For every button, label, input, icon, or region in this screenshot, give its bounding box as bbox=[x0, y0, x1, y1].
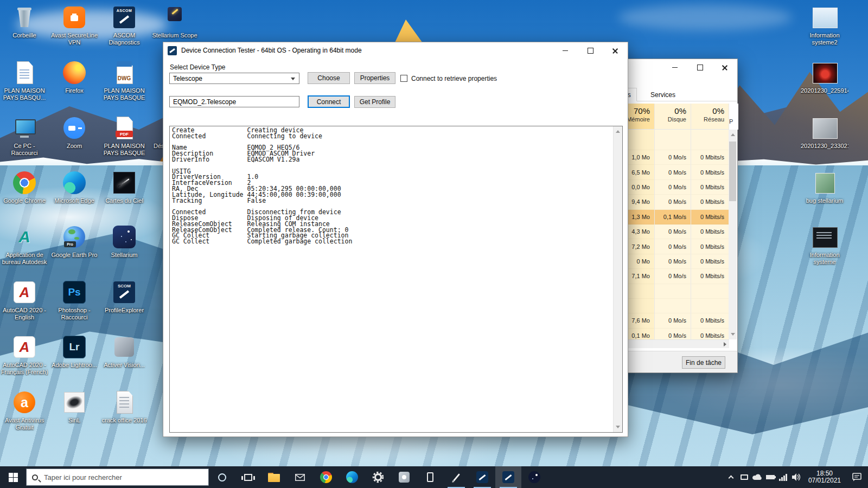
tm-cell-net[interactable]: 0 Mbits/s bbox=[691, 195, 729, 209]
task-view-button[interactable] bbox=[235, 466, 261, 488]
get-profile-button[interactable]: Get Profile bbox=[354, 96, 395, 108]
desktop-icon-information-systeme2[interactable]: Information systeme2 bbox=[801, 4, 848, 46]
tm-cell-net[interactable]: 0 Mbits/s bbox=[691, 165, 729, 179]
search-input[interactable] bbox=[43, 473, 203, 482]
connect-button[interactable]: Connect bbox=[308, 95, 350, 108]
desktop-icon-adobe-lightroo[interactable]: LrAdobe Lightroo... bbox=[50, 334, 98, 369]
device-id-field[interactable]: EQMOD_2.Telescope bbox=[169, 96, 299, 107]
taskbar-search[interactable] bbox=[26, 468, 209, 486]
scroll-down-icon[interactable] bbox=[731, 333, 735, 336]
desktop-icon-autocad-2020-fran-ais-french[interactable]: AAutoCAD 2020 - Français (French) bbox=[1, 334, 48, 376]
desktop-icon-photoshop-raccourci[interactable]: PsPhotoshop - Raccourci bbox=[50, 279, 98, 321]
desktop-icon-plan-maison-pays-basque[interactable]: PDFPLAN MAISON PAYS BASQUE bbox=[100, 115, 148, 157]
tm-scroll-thumb[interactable] bbox=[729, 142, 736, 201]
tm-maximize-button[interactable] bbox=[687, 59, 712, 75]
tm-cell-disk[interactable]: 0 Mo/s bbox=[655, 269, 691, 284]
tm-cell-net[interactable] bbox=[691, 130, 729, 150]
tm-minimize-button[interactable] bbox=[662, 59, 687, 75]
tm-cell-net[interactable] bbox=[691, 299, 729, 313]
cortana-button[interactable] bbox=[209, 466, 235, 488]
tm-cell-disk[interactable]: 0 Mo/s bbox=[655, 224, 691, 239]
close-button[interactable] bbox=[603, 42, 628, 59]
tray-battery-button[interactable] bbox=[764, 466, 777, 488]
desktop-icon-google-chrome[interactable]: Google Chrome bbox=[1, 170, 48, 204]
desktop-icon-avast-secureline-vpn[interactable]: Avast SecureLine VPN bbox=[50, 4, 98, 46]
tray-tablet-button[interactable] bbox=[738, 466, 751, 488]
minimize-button[interactable] bbox=[553, 42, 578, 59]
desktop-icon-autocad-2020-english[interactable]: AAutoCAD 2020 - English bbox=[1, 279, 48, 321]
file-explorer-button[interactable] bbox=[261, 466, 287, 488]
desktop-icon-firefox[interactable]: Firefox bbox=[50, 60, 98, 94]
mail-button[interactable] bbox=[287, 466, 313, 488]
tm-tab-services[interactable]: Services bbox=[645, 88, 681, 101]
maximize-button[interactable] bbox=[578, 42, 603, 59]
tm-cell-disk[interactable]: 0 Mo/s bbox=[655, 150, 691, 165]
start-button[interactable] bbox=[0, 466, 26, 488]
scroll-down-icon[interactable] bbox=[616, 426, 620, 428]
device-connection-tester-window[interactable]: Device Connection Tester - 64bit OS - Op… bbox=[163, 42, 628, 437]
device-type-dropdown[interactable]: Telescope bbox=[169, 73, 299, 84]
log-scrollbar[interactable] bbox=[613, 126, 622, 432]
desktop-icon-stellarium[interactable]: Stellarium bbox=[100, 224, 148, 259]
tm-disk-header[interactable]: 0% Disque bbox=[655, 104, 691, 130]
desktop-icon-plan-maison-pays-basque[interactable]: DWGPLAN MAISON PAYS BASQUE bbox=[100, 60, 148, 101]
photos-app-button[interactable] bbox=[391, 466, 417, 488]
desktop-icon-google-earth-pro[interactable]: ProGoogle Earth Pro bbox=[50, 224, 98, 259]
tm-cell-disk[interactable]: 0,1 Mo/s bbox=[655, 210, 691, 224]
tm-cell-net[interactable]: 0 Mbits/s bbox=[691, 269, 729, 284]
scroll-up-icon[interactable] bbox=[616, 130, 620, 133]
desktop-icon-zoom[interactable]: Zoom bbox=[50, 115, 98, 150]
desktop-icon-20201230-233021[interactable]: 20201230_233021 bbox=[801, 115, 848, 150]
desktop-icon-corbeille[interactable]: Corbeille bbox=[1, 4, 48, 39]
choose-button[interactable]: Choose bbox=[308, 72, 350, 84]
desktop-icon-information-systeme[interactable]: Information systeme bbox=[801, 224, 848, 266]
dct-titlebar[interactable]: Device Connection Tester - 64bit OS - Op… bbox=[163, 42, 628, 59]
tm-cell-disk[interactable] bbox=[655, 284, 691, 299]
taskbar-clock[interactable]: 18:50 07/01/2021 bbox=[803, 470, 846, 484]
end-task-button[interactable]: Fin de tâche bbox=[682, 356, 725, 369]
tray-network-button[interactable] bbox=[777, 466, 790, 488]
tray-volume-button[interactable] bbox=[790, 466, 803, 488]
desktop-icon-siril[interactable]: SiriL bbox=[50, 389, 98, 424]
tm-cell-disk[interactable]: 0 Mo/s bbox=[655, 239, 691, 254]
desktop-icon-activer-vision[interactable]: Activer Vision... bbox=[100, 334, 148, 369]
tray-overflow-button[interactable] bbox=[725, 466, 738, 488]
desktop-icon-cartes-du-ciel[interactable]: Cartes du Ciel bbox=[100, 170, 148, 204]
desktop-icon-microsoft-edge[interactable]: Microsoft Edge bbox=[50, 170, 98, 204]
tm-column-disk[interactable]: 0% Disque 0 Mo/s0 Mo/s0 Mo/s0 Mo/s0,1 Mo… bbox=[654, 104, 691, 339]
tm-network-header[interactable]: 0% Réseau bbox=[691, 104, 729, 130]
scroll-right-icon[interactable] bbox=[724, 342, 726, 346]
device-tester-taskbar-button[interactable] bbox=[495, 466, 521, 488]
desktop-icon-profileexplorer[interactable]: SCOMProfileExplorer bbox=[100, 279, 148, 314]
tray-onedrive-button[interactable] bbox=[751, 466, 764, 488]
desktop-icon-bug-stellarium[interactable]: bug stellarium bbox=[801, 170, 848, 204]
tm-cell-disk[interactable]: 0 Mo/s bbox=[655, 165, 691, 179]
tm-column-network[interactable]: 0% Réseau 0 Mbits/s0 Mbits/s0 Mbits/s0 M… bbox=[691, 104, 729, 339]
desktop-icon-ce-pc-raccourci[interactable]: Ce PC - Raccourci bbox=[1, 115, 48, 157]
tm-cell-disk[interactable]: 0 Mo/s bbox=[655, 180, 691, 195]
properties-button[interactable]: Properties bbox=[354, 72, 395, 84]
action-center-button[interactable] bbox=[846, 466, 868, 488]
settings-button[interactable] bbox=[365, 466, 391, 488]
stellarium-taskbar-button[interactable] bbox=[521, 466, 547, 488]
chrome-button[interactable] bbox=[313, 466, 339, 488]
tm-cell-disk[interactable]: 0 Mo/s bbox=[655, 329, 691, 339]
desktop-icon-20201230-225914[interactable]: 20201230_225914 bbox=[801, 60, 848, 94]
desktop-icon-ascom-diagnostics[interactable]: ASCOMASCOM Diagnostics bbox=[100, 4, 148, 46]
log-output-box[interactable]: Create Creating device Connected Connect… bbox=[169, 126, 623, 433]
edge-button[interactable] bbox=[339, 466, 365, 488]
tm-cell-disk[interactable]: 0 Mo/s bbox=[655, 313, 691, 328]
tm-cell-net[interactable]: 0 Mbits/s bbox=[691, 180, 729, 195]
tm-cell-net[interactable]: 0 Mbits/s bbox=[691, 224, 729, 239]
desktop-icon-plan-maison-pays-basqu[interactable]: PLAN MAISON PAYS BASQU... bbox=[1, 60, 48, 101]
pen-app-button[interactable] bbox=[443, 466, 469, 488]
tm-cell-net[interactable]: 0 Mbits/s bbox=[691, 313, 729, 328]
desktop-icon-avast-antivirus-gratuit[interactable]: aAvast Antivirus Gratuit bbox=[1, 389, 48, 431]
tm-cell-net[interactable]: 0 Mbits/s bbox=[691, 239, 729, 254]
tm-cell-net[interactable]: 0 Mbits/s bbox=[691, 254, 729, 269]
tm-cell-net[interactable]: 0 Mbits/s bbox=[691, 210, 729, 224]
tm-cell-net[interactable]: 0 Mbits/s bbox=[691, 150, 729, 165]
ascom-diagnostics-taskbar-button[interactable] bbox=[469, 466, 495, 488]
phone-app-button[interactable] bbox=[417, 466, 443, 488]
desktop-icon-application-de-bureau-autodesk[interactable]: AApplication de bureau Autodesk bbox=[1, 224, 48, 266]
